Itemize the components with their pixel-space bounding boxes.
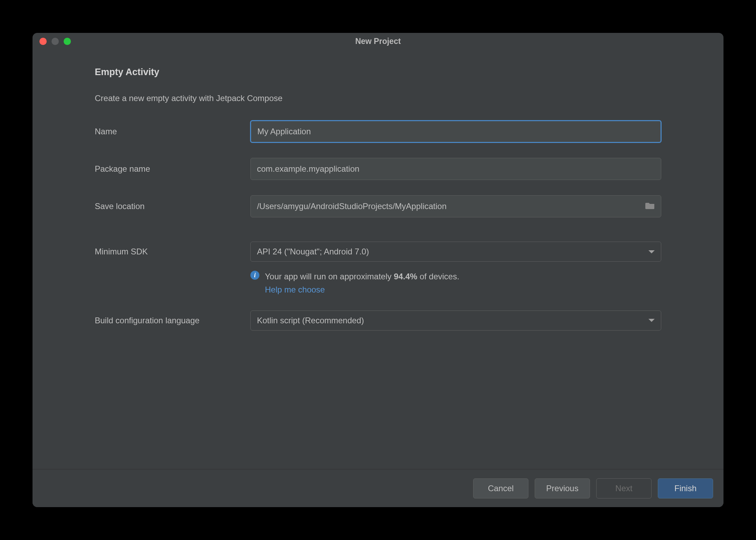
location-input[interactable] <box>250 195 661 217</box>
location-label: Save location <box>95 201 250 211</box>
chevron-down-icon <box>648 250 655 253</box>
window-title: New Project <box>355 37 401 46</box>
package-row: Package name <box>95 158 661 180</box>
traffic-lights <box>39 38 71 45</box>
sdk-label: Minimum SDK <box>95 247 250 256</box>
name-label: Name <box>95 127 250 136</box>
sdk-select[interactable]: API 24 ("Nougat"; Android 7.0) <box>250 242 661 262</box>
location-row: Save location <box>95 195 661 217</box>
build-select-value: Kotlin script (Recommended) <box>257 316 364 325</box>
titlebar: New Project <box>33 33 723 50</box>
minimize-window-button[interactable] <box>52 38 59 45</box>
chevron-down-icon <box>648 319 655 322</box>
close-window-button[interactable] <box>39 38 47 45</box>
cancel-button[interactable]: Cancel <box>473 478 528 498</box>
maximize-window-button[interactable] <box>64 38 71 45</box>
package-input[interactable] <box>250 158 661 180</box>
sdk-info-row: i Your app will run on approximately 94.… <box>250 270 661 297</box>
sdk-info-text: Your app will run on approximately 94.4%… <box>265 270 459 297</box>
page-description: Create a new empty activity with Jetpack… <box>95 93 661 103</box>
folder-icon[interactable] <box>645 201 655 211</box>
finish-button[interactable]: Finish <box>658 478 713 498</box>
info-icon: i <box>250 271 259 280</box>
new-project-dialog: New Project Empty Activity Create a new … <box>33 33 723 507</box>
dialog-content: Empty Activity Create a new empty activi… <box>33 50 723 469</box>
build-row: Build configuration language Kotlin scri… <box>95 310 661 331</box>
build-select[interactable]: Kotlin script (Recommended) <box>250 310 661 331</box>
next-button: Next <box>596 478 652 498</box>
sdk-select-value: API 24 ("Nougat"; Android 7.0) <box>257 247 369 256</box>
package-label: Package name <box>95 164 250 174</box>
name-input[interactable] <box>250 120 661 143</box>
dialog-footer: Cancel Previous Next Finish <box>33 469 723 507</box>
previous-button[interactable]: Previous <box>535 478 590 498</box>
name-row: Name <box>95 120 661 143</box>
build-label: Build configuration language <box>95 316 250 325</box>
help-me-choose-link[interactable]: Help me choose <box>265 285 325 294</box>
sdk-row: Minimum SDK API 24 ("Nougat"; Android 7.… <box>95 242 661 262</box>
page-heading: Empty Activity <box>95 67 661 78</box>
